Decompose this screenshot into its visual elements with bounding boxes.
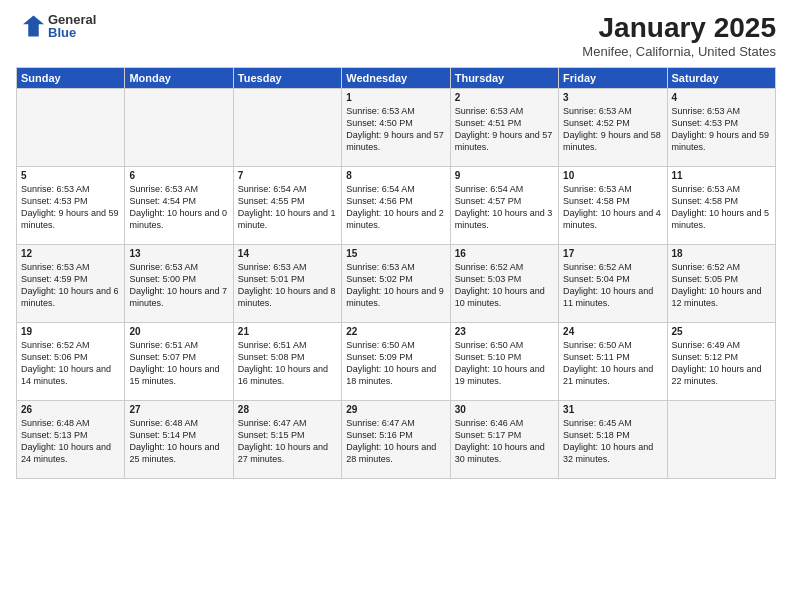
day-detail: Sunrise: 6:53 AM Sunset: 4:53 PM Dayligh…	[672, 105, 771, 154]
day-number: 11	[672, 170, 771, 181]
day-number: 7	[238, 170, 337, 181]
day-number: 17	[563, 248, 662, 259]
day-number: 25	[672, 326, 771, 337]
week-row-3: 12Sunrise: 6:53 AM Sunset: 4:59 PM Dayli…	[17, 245, 776, 323]
day-cell: 18Sunrise: 6:52 AM Sunset: 5:05 PM Dayli…	[667, 245, 775, 323]
day-detail: Sunrise: 6:53 AM Sunset: 4:53 PM Dayligh…	[21, 183, 120, 232]
day-number: 18	[672, 248, 771, 259]
day-cell: 19Sunrise: 6:52 AM Sunset: 5:06 PM Dayli…	[17, 323, 125, 401]
day-detail: Sunrise: 6:50 AM Sunset: 5:09 PM Dayligh…	[346, 339, 445, 388]
day-detail: Sunrise: 6:53 AM Sunset: 4:58 PM Dayligh…	[672, 183, 771, 232]
day-cell	[667, 401, 775, 479]
day-number: 24	[563, 326, 662, 337]
day-number: 22	[346, 326, 445, 337]
week-row-4: 19Sunrise: 6:52 AM Sunset: 5:06 PM Dayli…	[17, 323, 776, 401]
day-cell: 11Sunrise: 6:53 AM Sunset: 4:58 PM Dayli…	[667, 167, 775, 245]
logo-text: General Blue	[48, 13, 96, 39]
day-detail: Sunrise: 6:48 AM Sunset: 5:13 PM Dayligh…	[21, 417, 120, 466]
day-number: 4	[672, 92, 771, 103]
day-cell: 27Sunrise: 6:48 AM Sunset: 5:14 PM Dayli…	[125, 401, 233, 479]
day-detail: Sunrise: 6:47 AM Sunset: 5:15 PM Dayligh…	[238, 417, 337, 466]
col-sunday: Sunday	[17, 68, 125, 89]
week-row-1: 1Sunrise: 6:53 AM Sunset: 4:50 PM Daylig…	[17, 89, 776, 167]
day-number: 29	[346, 404, 445, 415]
calendar-table: Sunday Monday Tuesday Wednesday Thursday…	[16, 67, 776, 479]
calendar-title: January 2025	[582, 12, 776, 44]
day-cell: 4Sunrise: 6:53 AM Sunset: 4:53 PM Daylig…	[667, 89, 775, 167]
day-detail: Sunrise: 6:54 AM Sunset: 4:56 PM Dayligh…	[346, 183, 445, 232]
week-row-5: 26Sunrise: 6:48 AM Sunset: 5:13 PM Dayli…	[17, 401, 776, 479]
day-cell: 21Sunrise: 6:51 AM Sunset: 5:08 PM Dayli…	[233, 323, 341, 401]
day-cell	[17, 89, 125, 167]
day-detail: Sunrise: 6:48 AM Sunset: 5:14 PM Dayligh…	[129, 417, 228, 466]
day-cell: 7Sunrise: 6:54 AM Sunset: 4:55 PM Daylig…	[233, 167, 341, 245]
day-cell: 15Sunrise: 6:53 AM Sunset: 5:02 PM Dayli…	[342, 245, 450, 323]
day-number: 9	[455, 170, 554, 181]
day-cell: 10Sunrise: 6:53 AM Sunset: 4:58 PM Dayli…	[559, 167, 667, 245]
day-cell: 28Sunrise: 6:47 AM Sunset: 5:15 PM Dayli…	[233, 401, 341, 479]
day-cell: 17Sunrise: 6:52 AM Sunset: 5:04 PM Dayli…	[559, 245, 667, 323]
day-detail: Sunrise: 6:52 AM Sunset: 5:04 PM Dayligh…	[563, 261, 662, 310]
day-number: 13	[129, 248, 228, 259]
day-number: 8	[346, 170, 445, 181]
calendar-subtitle: Menifee, California, United States	[582, 44, 776, 59]
header: General Blue January 2025 Menifee, Calif…	[16, 12, 776, 59]
logo-blue-text: Blue	[48, 26, 96, 39]
day-cell: 24Sunrise: 6:50 AM Sunset: 5:11 PM Dayli…	[559, 323, 667, 401]
day-number: 20	[129, 326, 228, 337]
day-detail: Sunrise: 6:53 AM Sunset: 5:02 PM Dayligh…	[346, 261, 445, 310]
day-number: 5	[21, 170, 120, 181]
day-cell: 30Sunrise: 6:46 AM Sunset: 5:17 PM Dayli…	[450, 401, 558, 479]
day-detail: Sunrise: 6:47 AM Sunset: 5:16 PM Dayligh…	[346, 417, 445, 466]
day-cell: 16Sunrise: 6:52 AM Sunset: 5:03 PM Dayli…	[450, 245, 558, 323]
day-number: 2	[455, 92, 554, 103]
day-number: 12	[21, 248, 120, 259]
day-cell: 29Sunrise: 6:47 AM Sunset: 5:16 PM Dayli…	[342, 401, 450, 479]
col-saturday: Saturday	[667, 68, 775, 89]
day-number: 1	[346, 92, 445, 103]
day-detail: Sunrise: 6:53 AM Sunset: 4:50 PM Dayligh…	[346, 105, 445, 154]
day-number: 19	[21, 326, 120, 337]
day-detail: Sunrise: 6:45 AM Sunset: 5:18 PM Dayligh…	[563, 417, 662, 466]
title-block: January 2025 Menifee, California, United…	[582, 12, 776, 59]
day-cell	[233, 89, 341, 167]
day-number: 6	[129, 170, 228, 181]
day-cell: 9Sunrise: 6:54 AM Sunset: 4:57 PM Daylig…	[450, 167, 558, 245]
col-monday: Monday	[125, 68, 233, 89]
day-cell: 31Sunrise: 6:45 AM Sunset: 5:18 PM Dayli…	[559, 401, 667, 479]
day-detail: Sunrise: 6:49 AM Sunset: 5:12 PM Dayligh…	[672, 339, 771, 388]
day-detail: Sunrise: 6:52 AM Sunset: 5:05 PM Dayligh…	[672, 261, 771, 310]
day-detail: Sunrise: 6:53 AM Sunset: 4:54 PM Dayligh…	[129, 183, 228, 232]
day-cell: 5Sunrise: 6:53 AM Sunset: 4:53 PM Daylig…	[17, 167, 125, 245]
day-cell: 6Sunrise: 6:53 AM Sunset: 4:54 PM Daylig…	[125, 167, 233, 245]
day-cell: 22Sunrise: 6:50 AM Sunset: 5:09 PM Dayli…	[342, 323, 450, 401]
day-detail: Sunrise: 6:46 AM Sunset: 5:17 PM Dayligh…	[455, 417, 554, 466]
day-detail: Sunrise: 6:54 AM Sunset: 4:57 PM Dayligh…	[455, 183, 554, 232]
day-detail: Sunrise: 6:53 AM Sunset: 4:52 PM Dayligh…	[563, 105, 662, 154]
day-number: 28	[238, 404, 337, 415]
day-cell: 23Sunrise: 6:50 AM Sunset: 5:10 PM Dayli…	[450, 323, 558, 401]
day-cell	[125, 89, 233, 167]
day-detail: Sunrise: 6:52 AM Sunset: 5:06 PM Dayligh…	[21, 339, 120, 388]
logo-icon	[16, 12, 44, 40]
day-cell: 1Sunrise: 6:53 AM Sunset: 4:50 PM Daylig…	[342, 89, 450, 167]
day-detail: Sunrise: 6:51 AM Sunset: 5:07 PM Dayligh…	[129, 339, 228, 388]
day-detail: Sunrise: 6:51 AM Sunset: 5:08 PM Dayligh…	[238, 339, 337, 388]
day-number: 30	[455, 404, 554, 415]
col-tuesday: Tuesday	[233, 68, 341, 89]
day-cell: 25Sunrise: 6:49 AM Sunset: 5:12 PM Dayli…	[667, 323, 775, 401]
day-cell: 20Sunrise: 6:51 AM Sunset: 5:07 PM Dayli…	[125, 323, 233, 401]
day-detail: Sunrise: 6:53 AM Sunset: 4:58 PM Dayligh…	[563, 183, 662, 232]
day-cell: 3Sunrise: 6:53 AM Sunset: 4:52 PM Daylig…	[559, 89, 667, 167]
day-cell: 26Sunrise: 6:48 AM Sunset: 5:13 PM Dayli…	[17, 401, 125, 479]
svg-marker-0	[23, 16, 44, 37]
logo: General Blue	[16, 12, 96, 40]
header-row: Sunday Monday Tuesday Wednesday Thursday…	[17, 68, 776, 89]
day-detail: Sunrise: 6:52 AM Sunset: 5:03 PM Dayligh…	[455, 261, 554, 310]
day-cell: 2Sunrise: 6:53 AM Sunset: 4:51 PM Daylig…	[450, 89, 558, 167]
day-detail: Sunrise: 6:50 AM Sunset: 5:11 PM Dayligh…	[563, 339, 662, 388]
col-thursday: Thursday	[450, 68, 558, 89]
day-cell: 13Sunrise: 6:53 AM Sunset: 5:00 PM Dayli…	[125, 245, 233, 323]
day-cell: 14Sunrise: 6:53 AM Sunset: 5:01 PM Dayli…	[233, 245, 341, 323]
day-cell: 8Sunrise: 6:54 AM Sunset: 4:56 PM Daylig…	[342, 167, 450, 245]
